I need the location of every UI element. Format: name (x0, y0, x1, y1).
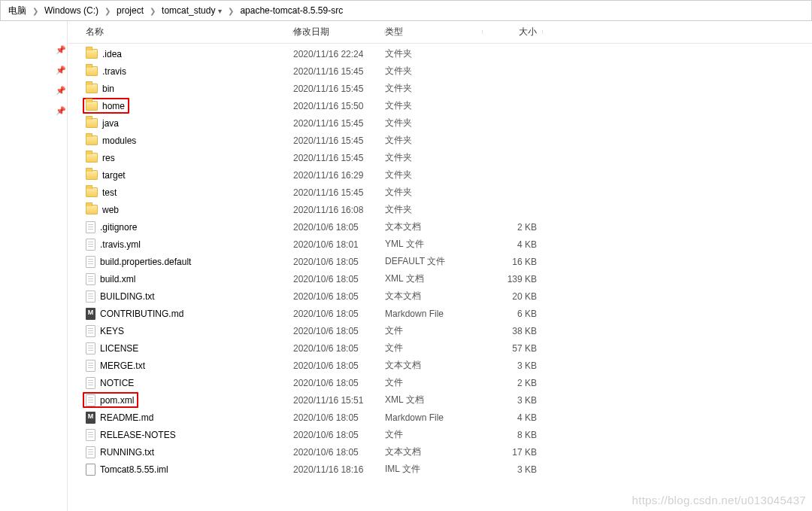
file-row[interactable]: RELEASE-NOTES2020/10/6 18:05文件8 KB (68, 426, 812, 443)
folder-icon (86, 170, 98, 180)
col-type-header[interactable]: 类型 (385, 26, 483, 38)
file-name-cell[interactable]: bin (86, 84, 293, 94)
file-row[interactable]: test2020/11/16 15:45文件夹 (68, 184, 812, 201)
file-name-cell[interactable]: build.xml (86, 273, 293, 285)
file-row[interactable]: CONTRIBUTING.md2020/10/6 18:05Markdown F… (68, 305, 812, 322)
file-name-cell[interactable]: target (86, 170, 293, 181)
file-row[interactable]: web2020/11/16 16:08文件夹 (68, 201, 812, 218)
file-row[interactable]: BUILDING.txt2020/10/6 18:05文本文档20 KB (68, 287, 812, 305)
file-name-cell[interactable]: test (86, 187, 293, 198)
pin-icon[interactable]: 📌 (55, 65, 67, 75)
file-name-cell[interactable]: NOTICE (86, 377, 293, 389)
file-row[interactable]: target2020/11/16 16:29文件夹 (68, 166, 812, 184)
file-icon (86, 377, 95, 389)
file-date-cell: 2020/11/16 15:45 (293, 84, 385, 94)
file-name-cell[interactable]: CONTRIBUTING.md (86, 308, 293, 320)
file-icon (86, 394, 95, 406)
file-row[interactable]: build.properties.default2020/10/6 18:05D… (68, 253, 812, 270)
file-row[interactable]: KEYS2020/10/6 18:05文件38 KB (68, 322, 812, 339)
file-row[interactable]: RUNNING.txt2020/10/6 18:05文本文档17 KB (68, 443, 812, 461)
file-name-cell[interactable]: MERGE.txt (86, 360, 293, 372)
file-row[interactable]: README.md2020/10/6 18:05Markdown File4 K… (68, 409, 812, 426)
file-type-cell: XML 文档 (385, 272, 483, 285)
file-name-cell[interactable]: .travis (86, 66, 293, 77)
file-icon (86, 290, 95, 303)
file-name-cell[interactable]: java (86, 118, 293, 129)
file-name-cell[interactable]: build.properties.default (86, 256, 293, 268)
file-name-cell[interactable]: pom.xml (86, 392, 293, 408)
file-name-cell[interactable]: KEYS (86, 325, 293, 337)
file-type-cell: 文本文档 (385, 290, 483, 303)
file-name-label: home (102, 101, 125, 111)
file-size-cell: 3 KB (483, 395, 543, 406)
file-size-cell: 4 KB (483, 412, 543, 423)
file-row[interactable]: home2020/11/16 15:50文件夹 (68, 97, 812, 114)
file-name-label: KEYS (100, 326, 124, 336)
file-type-cell: DEFAULT 文件 (385, 255, 483, 268)
file-name-cell[interactable]: Tomcat8.5.55.iml (86, 464, 293, 476)
file-row[interactable]: LICENSE2020/10/6 18:05文件57 KB (68, 339, 812, 357)
file-type-cell: Markdown File (385, 412, 483, 423)
file-icon (86, 325, 95, 337)
file-row[interactable]: bin2020/11/16 15:45文件夹 (68, 80, 812, 97)
file-icon (86, 221, 95, 233)
crumb-tomcat-study[interactable]: tomcat_study▾ (159, 1, 225, 20)
file-name-cell[interactable]: modules (86, 135, 293, 146)
pin-icon[interactable]: 📌 (55, 45, 67, 55)
file-icon (86, 256, 95, 268)
crumb-current-folder[interactable]: apache-tomcat-8.5.59-src (237, 1, 346, 20)
file-date-cell: 2020/11/16 16:08 (293, 205, 385, 215)
file-date-cell: 2020/10/6 18:05 (293, 412, 385, 423)
file-row[interactable]: modules2020/11/16 15:45文件夹 (68, 132, 812, 149)
file-date-cell: 2020/11/16 22:24 (293, 49, 385, 59)
file-name-cell[interactable]: home (86, 98, 293, 114)
chevron-down-icon[interactable]: ▾ (218, 7, 222, 15)
file-name-cell[interactable]: .gitignore (86, 221, 293, 233)
file-size-cell: 139 KB (483, 274, 543, 284)
file-icon (86, 446, 95, 458)
file-icon (86, 273, 95, 285)
file-name-label: pom.xml (100, 395, 134, 406)
file-row[interactable]: java2020/11/16 15:45文件夹 (68, 114, 812, 132)
file-type-cell: 文件夹 (385, 151, 483, 164)
breadcrumb[interactable]: 电脑 ❯ Windows (C:) ❯ project ❯ tomcat_stu… (0, 0, 812, 21)
file-name-label: build.xml (100, 274, 135, 284)
file-name-label: target (102, 170, 126, 181)
file-row[interactable]: pom.xml2020/11/16 15:51XML 文档3 KB (68, 391, 812, 409)
file-icon (86, 239, 95, 251)
file-row[interactable]: .travis.yml2020/10/6 18:01YML 文件4 KB (68, 236, 812, 253)
file-name-cell[interactable]: RUNNING.txt (86, 446, 293, 458)
file-row[interactable]: .idea2020/11/16 22:24文件夹 (68, 45, 812, 62)
file-row[interactable]: NOTICE2020/10/6 18:05文件2 KB (68, 374, 812, 391)
file-name-label: RELEASE-NOTES (100, 430, 176, 440)
file-name-cell[interactable]: res (86, 153, 293, 163)
crumb-this-pc[interactable]: 电脑 (5, 1, 29, 20)
file-date-cell: 2020/10/6 18:05 (293, 360, 385, 371)
crumb-project[interactable]: project (114, 1, 147, 20)
col-date-header[interactable]: 修改日期 (293, 26, 385, 38)
file-row[interactable]: Tomcat8.5.55.iml2020/11/16 18:16IML 文件3 … (68, 461, 812, 478)
col-size-header[interactable]: 大小 (483, 26, 543, 38)
file-name-cell[interactable]: BUILDING.txt (86, 290, 293, 303)
file-name-cell[interactable]: RELEASE-NOTES (86, 429, 293, 441)
file-date-cell: 2020/11/16 15:51 (293, 395, 385, 406)
file-row[interactable]: .gitignore2020/10/6 18:05文本文档2 KB (68, 218, 812, 236)
file-name-label: NOTICE (100, 378, 134, 388)
highlight-box: pom.xml (83, 392, 138, 408)
file-row[interactable]: MERGE.txt2020/10/6 18:05文本文档3 KB (68, 357, 812, 374)
file-name-cell[interactable]: .travis.yml (86, 239, 293, 251)
folder-icon (86, 153, 98, 163)
col-name-header[interactable]: 名称 (86, 26, 293, 38)
file-name-cell[interactable]: .idea (86, 49, 293, 59)
file-row[interactable]: res2020/11/16 15:45文件夹 (68, 149, 812, 166)
pin-icon[interactable]: 📌 (55, 86, 67, 96)
file-type-cell: 文件 (385, 376, 483, 389)
pin-icon[interactable]: 📌 (55, 106, 67, 116)
column-headers: 名称 修改日期 类型 大小 (68, 21, 812, 44)
file-row[interactable]: build.xml2020/10/6 18:05XML 文档139 KB (68, 270, 812, 287)
file-name-cell[interactable]: LICENSE (86, 342, 293, 354)
file-name-cell[interactable]: web (86, 205, 293, 215)
file-name-cell[interactable]: README.md (86, 412, 293, 424)
file-row[interactable]: .travis2020/11/16 15:45文件夹 (68, 62, 812, 80)
crumb-drive-c[interactable]: Windows (C:) (41, 1, 102, 20)
